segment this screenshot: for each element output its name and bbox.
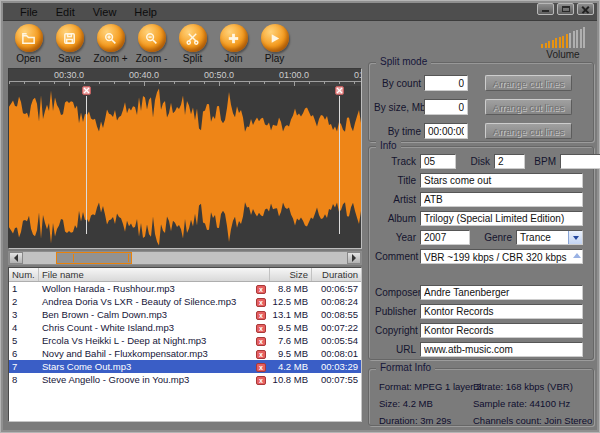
track-input[interactable] — [420, 154, 456, 169]
minimize-button[interactable] — [537, 3, 554, 15]
cut-line-handle-icon[interactable] — [82, 86, 91, 95]
genre-select[interactable]: Trance — [516, 230, 583, 245]
row-size: 9.5 MB — [269, 348, 311, 359]
table-row[interactable]: 6 Novy and Bahil - Fluxkompensator.mp3 x… — [9, 347, 361, 360]
table-row[interactable]: 5 Ercola Vs Heikki L - Deep at Night.mp3… — [9, 334, 361, 347]
table-row[interactable]: 1 Wollon Harada - Rushhour.mp3 x 8.8 MB … — [9, 282, 361, 295]
row-size: 12.5 MB — [269, 296, 311, 307]
title-input[interactable] — [420, 173, 583, 188]
table-row[interactable]: 7 Stars Come Out.mp3 x 4.2 MB 00:03:29 — [9, 360, 361, 373]
menu-view[interactable]: View — [84, 5, 126, 19]
remove-file-icon[interactable]: x — [256, 337, 266, 346]
row-file-name: Andrea Doria Vs LXR - Beauty of Silence.… — [39, 296, 253, 307]
cut-line-handle-icon[interactable] — [335, 86, 344, 95]
disk-label: Disk — [462, 156, 490, 167]
arrange-cut-lines-button[interactable]: Arrange cut lines — [485, 99, 572, 115]
scroll-up-icon[interactable] — [573, 249, 581, 258]
open-folder-icon — [21, 31, 36, 46]
timeline-label: 00:50.0 — [204, 70, 234, 80]
play-icon — [267, 31, 282, 46]
remove-file-icon[interactable]: x — [256, 376, 266, 385]
format-info-group: Format Info Format: MPEG 1 layer 3 Size:… — [368, 368, 594, 426]
open-button[interactable]: Open — [8, 24, 49, 64]
waveform-display[interactable] — [9, 86, 361, 248]
by-size-input[interactable] — [424, 99, 468, 115]
column-file-name[interactable]: File name — [39, 269, 253, 280]
timeline-label: 01:00.0 — [279, 70, 309, 80]
by-time-input[interactable] — [424, 123, 468, 139]
bpm-input[interactable] — [560, 154, 600, 169]
genre-value: Trance — [520, 232, 551, 243]
scroll-left-button[interactable] — [9, 252, 23, 264]
remove-file-icon[interactable]: x — [256, 363, 266, 372]
comment-textarea[interactable]: VBR ~199 kbps / CBR 320 kbps — [420, 249, 583, 264]
waveform-scrollbar[interactable] — [8, 251, 362, 265]
close-button[interactable] — [577, 3, 594, 15]
year-input[interactable] — [420, 230, 470, 245]
table-row[interactable]: 8 Steve Angello - Groove in You.mp3 x 10… — [9, 373, 361, 386]
save-button[interactable]: Save — [49, 24, 90, 64]
app-window: File Edit View Help Open Save Zoom + Zoo… — [0, 0, 600, 433]
tool-label: Zoom + — [90, 53, 131, 64]
duration-line: Duration: 3m 29s — [379, 412, 481, 429]
disk-input[interactable] — [494, 154, 525, 169]
album-input[interactable] — [420, 211, 583, 226]
toolbar: Open Save Zoom + Zoom - Split Join Play — [8, 24, 295, 64]
table-row[interactable]: 2 Andrea Doria Vs LXR - Beauty of Silenc… — [9, 295, 361, 308]
zoom-out-button[interactable]: Zoom - — [131, 24, 172, 64]
scroll-right-button[interactable] — [347, 252, 361, 264]
timeline-ruler: 00:30.000:40.000:50.001:00.001:10.0 — [9, 69, 361, 86]
row-duration: 00:06:57 — [311, 283, 361, 294]
maximize-icon — [562, 6, 570, 12]
scrollbar-thumb[interactable] — [56, 252, 132, 264]
column-size[interactable]: Size — [269, 268, 311, 281]
play-button[interactable]: Play — [254, 24, 295, 64]
cut-line[interactable] — [86, 96, 87, 234]
menu-file[interactable]: File — [11, 5, 47, 19]
sample-rate-line: Sample rate: 44100 Hz — [473, 395, 592, 412]
remove-file-icon[interactable]: x — [256, 298, 266, 307]
remove-file-icon[interactable]: x — [256, 285, 266, 294]
row-file-name: Stars Come Out.mp3 — [39, 361, 253, 372]
comment-scrollbar[interactable] — [573, 251, 581, 264]
menu-help[interactable]: Help — [125, 5, 166, 19]
close-icon — [578, 4, 593, 14]
remove-file-icon[interactable]: x — [256, 350, 266, 359]
cut-line[interactable] — [339, 96, 340, 234]
split-button[interactable]: Split — [172, 24, 213, 64]
composer-input[interactable] — [420, 285, 583, 300]
waveform-panel: 00:30.000:40.000:50.001:00.001:10.0 — [8, 68, 362, 249]
info-title: Info — [376, 140, 401, 151]
join-button[interactable]: Join — [213, 24, 254, 64]
tool-label: Zoom - — [131, 53, 172, 64]
arrange-cut-lines-button[interactable]: Arrange cut lines — [485, 75, 572, 91]
cut-position-marker — [73, 254, 74, 262]
row-file-name: Steve Angello - Groove in You.mp3 — [39, 374, 253, 385]
chevron-down-icon[interactable] — [568, 231, 582, 244]
table-row[interactable]: 3 Ben Brown - Calm Down.mp3 x 13.1 MB 00… — [9, 308, 361, 321]
copyright-input[interactable] — [420, 323, 583, 338]
artist-input[interactable] — [420, 192, 583, 207]
remove-file-icon[interactable]: x — [256, 311, 266, 320]
row-size: 13.1 MB — [269, 309, 311, 320]
zoom-in-button[interactable]: Zoom + — [90, 24, 131, 64]
volume-indicator[interactable]: Volume — [536, 26, 590, 60]
genre-label: Genre — [478, 232, 512, 243]
menu-edit[interactable]: Edit — [47, 5, 84, 19]
bitrate-line: Bitrate: 168 kbps (VBR) — [473, 378, 592, 395]
url-input[interactable] — [420, 342, 583, 357]
maximize-button[interactable] — [557, 3, 574, 15]
arrange-cut-lines-button[interactable]: Arrange cut lines — [485, 123, 572, 139]
row-size: 7.6 MB — [269, 335, 311, 346]
column-duration[interactable]: Duration — [311, 268, 361, 281]
tool-label: Save — [49, 53, 90, 64]
title-label: Title — [375, 175, 416, 186]
publisher-input[interactable] — [420, 304, 583, 319]
composer-label: Composer — [375, 287, 416, 298]
row-num: 3 — [9, 309, 39, 320]
table-row[interactable]: 4 Chris Count - White Island.mp3 x 9.5 M… — [9, 321, 361, 334]
by-count-input[interactable] — [424, 75, 468, 91]
waveform-graphic — [9, 86, 361, 248]
column-num[interactable]: Num. — [9, 268, 39, 281]
remove-file-icon[interactable]: x — [256, 324, 266, 333]
